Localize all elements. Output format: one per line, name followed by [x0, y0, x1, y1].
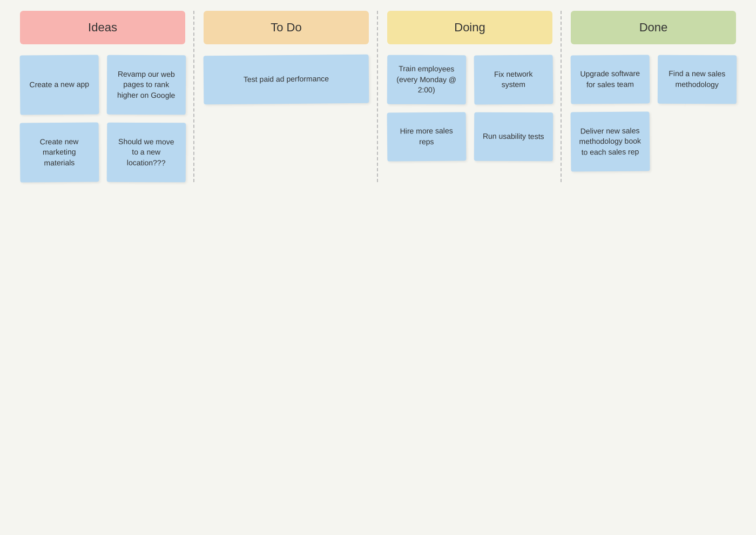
column-done: Done Upgrade software for sales team Fin…: [562, 11, 745, 182]
card-idea-3[interactable]: Create new marketing materials: [20, 122, 99, 182]
card-idea-4[interactable]: Should we move to a new location???: [106, 123, 185, 183]
column-title-done: Done: [639, 21, 668, 34]
ideas-cards-grid: Create a new app Revamp our web pages to…: [20, 55, 185, 182]
column-header-doing: Doing: [387, 11, 552, 44]
column-header-done: Done: [571, 11, 736, 44]
card-done-2[interactable]: Find a new sales methodology: [657, 55, 736, 104]
card-doing-1[interactable]: Train employees (every Monday @ 2:00): [387, 55, 466, 105]
card-idea-1[interactable]: Create a new app: [20, 55, 99, 115]
card-doing-3[interactable]: Hire more sales reps: [387, 112, 466, 161]
card-done-3[interactable]: Deliver new sales methodology book to ea…: [571, 111, 650, 171]
card-doing-4[interactable]: Run usability tests: [474, 112, 552, 161]
column-title-doing: Doing: [454, 21, 485, 34]
column-title-ideas: Ideas: [88, 21, 117, 34]
column-header-ideas: Ideas: [20, 11, 185, 44]
column-header-todo: To Do: [204, 11, 369, 44]
done-cards-grid: Upgrade software for sales team Find a n…: [571, 55, 736, 171]
card-todo-1[interactable]: Test paid ad performance: [204, 55, 369, 105]
column-doing: Doing Train employees (every Monday @ 2:…: [378, 11, 562, 182]
column-ideas: Ideas Create a new app Revamp our web pa…: [11, 11, 194, 182]
column-todo: To Do Test paid ad performance: [194, 11, 378, 182]
column-title-todo: To Do: [271, 21, 301, 34]
kanban-board: Ideas Create a new app Revamp our web pa…: [11, 11, 745, 182]
todo-cards: Test paid ad performance: [204, 55, 369, 104]
card-doing-2[interactable]: Fix network system: [474, 55, 552, 104]
card-done-1[interactable]: Upgrade software for sales team: [571, 55, 650, 104]
doing-cards-grid: Train employees (every Monday @ 2:00) Fi…: [387, 55, 552, 161]
card-idea-2[interactable]: Revamp our web pages to rank higher on G…: [106, 55, 185, 115]
